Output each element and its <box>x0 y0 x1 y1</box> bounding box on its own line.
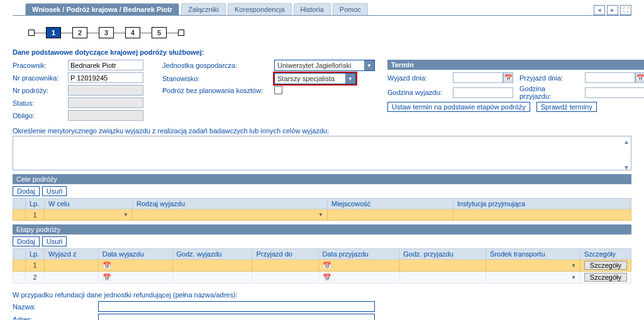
calendar-icon[interactable]: 📅 <box>503 72 513 83</box>
step-start-icon <box>28 30 35 36</box>
row-rodzaj[interactable]: ▼ <box>133 209 328 221</box>
step-connector <box>114 33 125 33</box>
etapy-col-wz: Wyjazd z <box>45 249 99 260</box>
cele-del-button[interactable]: Usuń <box>42 186 67 196</box>
tab-next-icon[interactable]: ► <box>607 5 618 15</box>
etapy-del-button[interactable]: Usuń <box>42 236 67 246</box>
nrpod-input <box>68 85 143 96</box>
tab-prev-icon[interactable]: ◄ <box>594 5 605 15</box>
chevron-down-icon[interactable]: ▼ <box>571 263 576 268</box>
col-pracownik: Pracownik: Nr pracownika: Nr podróży: St… <box>13 60 143 121</box>
step-connector <box>167 33 178 33</box>
cele-col-cel: W celu <box>45 199 133 209</box>
szczegoly-button[interactable]: Szczegóły <box>584 273 627 282</box>
desc-textarea[interactable]: ▲ ▼ <box>13 136 631 170</box>
col-jednostka: Jednostka gospodarcza: Uniwersytet Jagie… <box>162 60 375 121</box>
row-dp[interactable]: 📅 <box>318 272 399 284</box>
chevron-up-icon[interactable]: ▲ <box>623 138 630 145</box>
etapy-col-sz: Szczegóły <box>580 249 631 260</box>
table-row[interactable]: 2 📅 📅 ▼ Szczegóły <box>13 272 631 284</box>
wyjazd-date-input[interactable] <box>453 72 503 83</box>
row-check[interactable] <box>13 272 26 284</box>
etapy-add-button[interactable]: Dodaj <box>13 236 40 246</box>
etapy-col-gp: Godz. przyjazdu <box>399 249 486 260</box>
form-block: Pracownik: Nr pracownika: Nr podróży: St… <box>13 60 631 121</box>
row-cel[interactable]: ▼ <box>45 209 133 221</box>
cele-header: Cele podróży <box>13 174 631 184</box>
calendar-icon[interactable]: 📅 <box>323 273 331 281</box>
row-pd[interactable] <box>252 260 318 272</box>
cele-add-button[interactable]: Dodaj <box>13 186 40 196</box>
row-inst[interactable] <box>453 209 631 221</box>
row-dw[interactable]: 📅 <box>98 260 172 272</box>
row-lp: 1 <box>26 209 45 221</box>
row-wz[interactable] <box>45 260 99 272</box>
desc-label: Określenie merytorycznego związku wyjazd… <box>13 127 631 135</box>
section-title: Dane podstawowe dotyczące krajowej podró… <box>13 48 631 56</box>
etapy-col-check <box>13 249 26 260</box>
tab-zalaczniki[interactable]: Załączniki <box>181 3 226 15</box>
refund-nazwa-input[interactable] <box>98 301 375 312</box>
row-gw[interactable] <box>172 272 252 284</box>
stepper: 1 2 3 4 5 <box>13 22 631 46</box>
row-st[interactable]: ▼ <box>486 272 580 284</box>
sprawdz-terminy-button[interactable]: Sprawdź terminy <box>536 102 597 112</box>
refund-nazwa-label: Nazwa: <box>13 303 94 311</box>
step-3[interactable]: 3 <box>99 27 114 38</box>
row-wz[interactable] <box>45 272 99 284</box>
ustaw-termin-button[interactable]: Ustaw termin na podstawie etapów podróży <box>387 102 530 112</box>
row-check[interactable] <box>13 209 26 221</box>
scrollbar[interactable]: ▲ ▼ <box>623 138 630 171</box>
form-left: Pracownik: Nr pracownika: Nr podróży: St… <box>13 60 375 121</box>
cele-section: Cele podróży Dodaj Usuń Lp. W celu Rodza… <box>13 174 631 221</box>
row-miejsc[interactable] <box>328 209 453 221</box>
jednostka-select[interactable]: Uniwersytet Jagielloński ▼ <box>274 60 375 71</box>
table-row[interactable]: 1 ▼ ▼ <box>13 209 631 221</box>
stanowisko-select[interactable]: Starszy specjalista ▼ <box>274 73 356 84</box>
tab-controls: ◄ ► ⛶ <box>594 5 631 15</box>
step-4[interactable]: 4 <box>125 27 140 38</box>
row-gp[interactable] <box>399 260 486 272</box>
step-connector <box>61 33 72 33</box>
row-gp[interactable] <box>399 272 486 284</box>
chevron-down-icon[interactable]: ▼ <box>623 164 630 171</box>
chevron-down-icon[interactable]: ▼ <box>318 212 323 218</box>
step-connector <box>140 33 152 33</box>
row-dp[interactable]: 📅 <box>318 260 399 272</box>
nrpod-label: Nr podróży: <box>13 87 63 94</box>
row-pd[interactable] <box>252 272 318 284</box>
cele-col-rodzaj: Rodzaj wyjazdu <box>133 199 328 209</box>
gprz-input[interactable] <box>585 87 644 98</box>
przyjazd-date-input[interactable] <box>585 72 635 83</box>
szczegoly-button[interactable]: Szczegóły <box>584 261 627 270</box>
calendar-icon[interactable]: 📅 <box>323 262 331 269</box>
step-5[interactable]: 5 <box>152 27 167 38</box>
tab-wniosek[interactable]: Wniosek / Podróż krajowa / Bednarek Piot… <box>25 3 179 15</box>
noplan-checkbox[interactable] <box>274 86 282 94</box>
tab-historia[interactable]: Historia <box>294 3 331 15</box>
calendar-icon[interactable]: 📅 <box>635 72 644 83</box>
tab-pomoc[interactable]: Pomoc <box>333 3 368 15</box>
row-st[interactable]: ▼ <box>486 260 580 272</box>
etapy-col-pd: Przyjazd do <box>252 249 318 260</box>
refund-adres-input[interactable] <box>98 314 375 320</box>
table-row[interactable]: 1 📅 📅 ▼ Szczegóły <box>13 260 631 272</box>
pracownik-input[interactable] <box>68 60 143 70</box>
row-check[interactable] <box>13 260 26 272</box>
gwyj-input[interactable] <box>453 87 513 98</box>
row-dw[interactable]: 📅 <box>98 272 172 284</box>
nrpr-label: Nr pracownika: <box>13 74 63 82</box>
gwyj-label: Godzina wyjazdu: <box>387 89 447 96</box>
calendar-icon[interactable]: 📅 <box>103 262 111 269</box>
calendar-icon[interactable]: 📅 <box>103 273 111 281</box>
tab-korespondencja[interactable]: Korespondencja <box>228 3 292 15</box>
tab-expand-icon[interactable]: ⛶ <box>620 5 631 15</box>
step-connector <box>87 33 99 33</box>
step-1[interactable]: 1 <box>46 27 61 38</box>
row-gw[interactable] <box>172 260 252 272</box>
step-2[interactable]: 2 <box>72 27 87 38</box>
chevron-down-icon[interactable]: ▼ <box>123 212 128 218</box>
gprz-label: Godzina przyjazdu: <box>519 85 579 100</box>
nrpr-input[interactable] <box>68 72 143 83</box>
chevron-down-icon[interactable]: ▼ <box>571 275 576 280</box>
